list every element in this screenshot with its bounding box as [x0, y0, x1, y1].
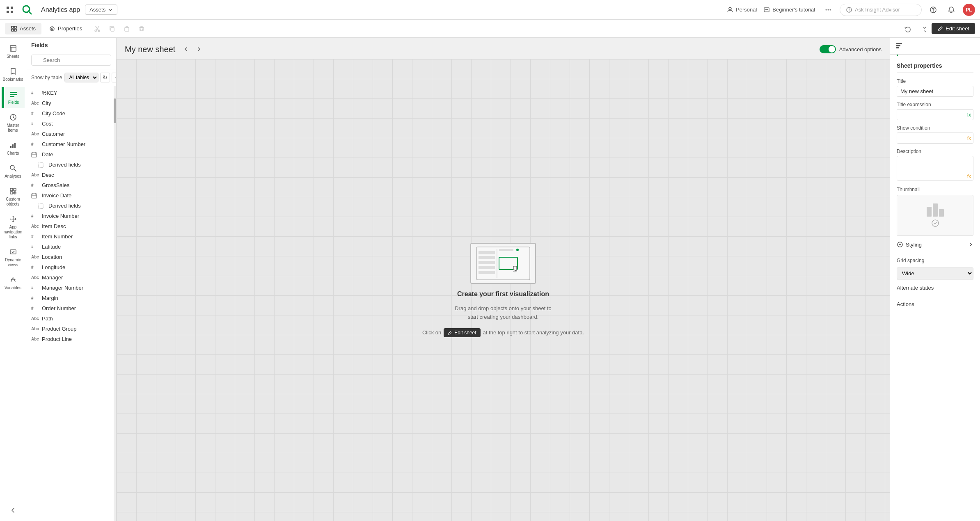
sidebar-item-label: Dynamic views	[4, 258, 22, 267]
search-input[interactable]	[31, 55, 111, 66]
svg-point-19	[50, 27, 54, 31]
field-item[interactable]: AbcManager	[26, 272, 114, 283]
advanced-options-toggle[interactable]: Advanced options	[820, 45, 882, 53]
svg-point-12	[830, 9, 831, 10]
toolbar-right: Edit sheet	[902, 23, 975, 34]
svg-rect-57	[38, 204, 43, 208]
copy-button[interactable]	[106, 23, 118, 35]
title-expression-label: Title expression	[897, 102, 973, 107]
sidebar-item-label: Charts	[7, 151, 19, 156]
field-item[interactable]: #Cost	[26, 119, 114, 129]
field-item[interactable]: Derived fields	[26, 201, 114, 211]
sidebar-item-dynamic-views[interactable]: Dynamic views	[2, 245, 25, 271]
sidebar-item-sheets[interactable]: Sheets	[2, 41, 25, 62]
description-textarea[interactable]	[897, 156, 973, 181]
sidebar-item-app-nav[interactable]: App navigation links	[2, 212, 25, 243]
avatar[interactable]: PL	[963, 4, 975, 16]
cut-button[interactable]	[91, 23, 103, 35]
field-item[interactable]: #GrossSales	[26, 180, 114, 190]
topbar: Analytics app Assets Personal Beginner's…	[0, 0, 980, 20]
title-expression-input[interactable]	[897, 109, 973, 120]
field-item[interactable]: AbcPath	[26, 313, 114, 324]
field-item[interactable]: #Longitude	[26, 262, 114, 272]
svg-rect-29	[10, 92, 17, 93]
field-item[interactable]: #Margin	[26, 293, 114, 303]
panel-icon	[895, 42, 903, 50]
field-item[interactable]: AbcItem Desc	[26, 221, 114, 231]
fx-icon[interactable]: fx	[967, 112, 971, 118]
field-item[interactable]: #Order Number	[26, 303, 114, 313]
sidebar-item-variables[interactable]: Variables	[2, 272, 25, 294]
field-item[interactable]: #Invoice Number	[26, 211, 114, 221]
thumbnail-label: Thumbnail	[897, 187, 973, 192]
field-item[interactable]: AbcCustomer	[26, 129, 114, 139]
next-sheet-button[interactable]	[193, 43, 205, 55]
edit-sheet-button[interactable]: Edit sheet	[932, 23, 975, 34]
paste-button[interactable]	[121, 23, 133, 35]
sheet-selector[interactable]: Assets	[85, 5, 117, 15]
notifications-icon[interactable]	[945, 3, 958, 16]
delete-button[interactable]	[135, 23, 148, 35]
svg-point-10	[826, 9, 827, 10]
ask-insight-button[interactable]: Ask Insight Advisor	[840, 4, 922, 16]
svg-rect-48	[32, 153, 37, 157]
sidebar-item-master-items[interactable]: Master items	[2, 110, 25, 136]
scrollbar-thumb[interactable]	[114, 98, 116, 123]
viz-illustration	[470, 243, 536, 284]
personal-button[interactable]: Personal	[727, 7, 757, 13]
title-input[interactable]	[897, 86, 973, 97]
panel-section-title: Sheet properties	[897, 62, 973, 73]
refresh-button[interactable]: ↻	[100, 73, 110, 82]
tab-properties[interactable]: Properties	[43, 23, 88, 34]
field-item[interactable]: #City Code	[26, 108, 114, 119]
fx-icon-desc[interactable]: fx	[967, 174, 971, 179]
previous-sheet-button[interactable]	[180, 43, 192, 55]
sidebar-item-charts[interactable]: Charts	[2, 138, 25, 159]
field-item[interactable]: AbcProduct Line	[26, 334, 114, 344]
toggle-switch[interactable]	[820, 45, 836, 53]
field-item[interactable]: #%KEY	[26, 88, 114, 98]
show-condition-input[interactable]	[897, 133, 973, 144]
help-icon[interactable]	[927, 3, 940, 16]
fx-icon-orange[interactable]: fx	[967, 135, 971, 141]
svg-rect-53	[32, 194, 37, 198]
more-options-button[interactable]	[822, 3, 835, 16]
table-select[interactable]: All tables	[64, 73, 98, 82]
undo-button[interactable]	[902, 23, 914, 34]
sidebar-item-label: Analyses	[5, 174, 21, 179]
sidebar-item-analyses[interactable]: Analyses	[2, 161, 25, 182]
field-item[interactable]: #Manager Number	[26, 283, 114, 293]
sidebar-collapse-button[interactable]	[2, 503, 25, 518]
field-item[interactable]: AbcProduct Group	[26, 324, 114, 334]
fields-scrollbar[interactable]	[114, 86, 116, 521]
tutorial-button[interactable]: Beginner's tutorial	[763, 7, 815, 13]
field-item[interactable]: #Customer Number	[26, 139, 114, 149]
viz-edit-hint: Click on Edit sheet at the top right to …	[422, 328, 584, 337]
field-item[interactable]: AbcDesc	[26, 170, 114, 180]
svg-point-11	[828, 9, 829, 10]
edit-sheet-inline-button[interactable]: Edit sheet	[444, 328, 480, 337]
svg-rect-18	[14, 29, 16, 31]
thumbnail-box[interactable]	[897, 195, 973, 236]
grid-menu-icon[interactable]	[5, 5, 15, 15]
sidebar-item-custom-objects[interactable]: Custom objects	[2, 184, 25, 210]
tab-assets[interactable]: Assets	[5, 23, 41, 34]
redo-button[interactable]	[917, 23, 928, 34]
field-item[interactable]: Invoice Date	[26, 190, 114, 201]
field-item[interactable]: AbcLocation	[26, 252, 114, 262]
styling-section[interactable]: Styling	[897, 236, 973, 253]
field-item[interactable]: #Item Number	[26, 231, 114, 242]
sidebar-item-fields[interactable]: Fields	[2, 87, 25, 108]
field-item[interactable]: Date	[26, 149, 114, 160]
actions-section[interactable]: Actions	[897, 296, 973, 312]
field-item[interactable]: #Latitude	[26, 242, 114, 252]
sidebar-item-bookmarks[interactable]: Bookmarks	[2, 64, 25, 85]
svg-rect-23	[111, 27, 114, 31]
qlik-logo	[20, 2, 34, 17]
canvas-grid[interactable]: Create your first visualization Drag and…	[117, 59, 890, 521]
alternate-states-section[interactable]: Alternate states	[897, 279, 973, 296]
field-item[interactable]: AbcCity	[26, 98, 114, 108]
field-item[interactable]: Derived fields	[26, 160, 114, 170]
grid-spacing-select[interactable]: Narrow Medium Wide	[897, 267, 973, 279]
add-field-button[interactable]: +	[112, 73, 117, 82]
